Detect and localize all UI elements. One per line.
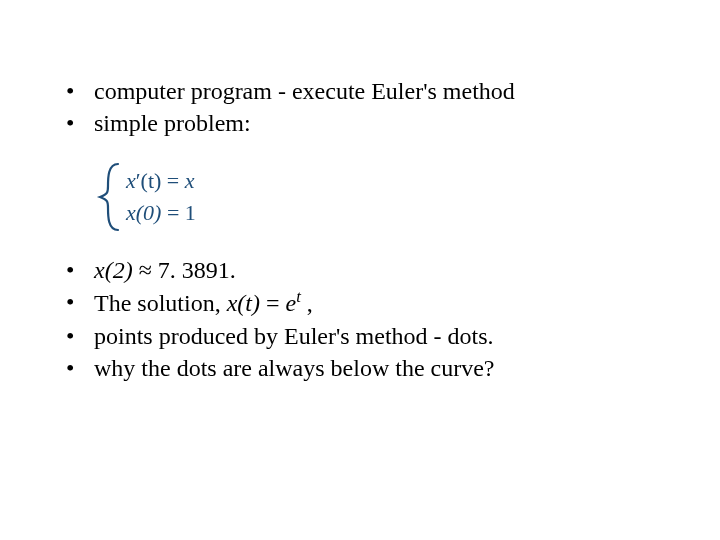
bullet-icon: •	[60, 75, 94, 107]
bullet-text: x(2) ≈ 7. 3891.	[94, 254, 660, 286]
list-item: • points produced by Euler's method - do…	[60, 320, 660, 352]
top-bullet-list: • computer program - execute Euler's met…	[60, 75, 660, 140]
bullet-text: points produced by Euler's method - dots…	[94, 320, 660, 352]
list-item: • The solution, x(t) = et ,	[60, 286, 660, 319]
bullet-icon: •	[60, 254, 94, 286]
bullet-icon: •	[60, 286, 94, 318]
list-item: • why the dots are always below the curv…	[60, 352, 660, 384]
slide-body: • computer program - execute Euler's met…	[0, 0, 720, 540]
equation-system: x′(t) = x x(0) = 1	[94, 158, 660, 236]
eq-line2: x(0) = 1	[125, 200, 196, 225]
bullet-text: simple problem:	[94, 107, 660, 139]
brace-equation-svg: x′(t) = x x(0) = 1	[94, 158, 264, 236]
list-item: • simple problem:	[60, 107, 660, 139]
bullet-text: The solution, x(t) = et ,	[94, 286, 660, 319]
bullet-icon: •	[60, 107, 94, 139]
bottom-bullet-list: • x(2) ≈ 7. 3891. • The solution, x(t) =…	[60, 254, 660, 385]
bullet-icon: •	[60, 320, 94, 352]
list-item: • x(2) ≈ 7. 3891.	[60, 254, 660, 286]
bullet-text: why the dots are always below the curve?	[94, 352, 660, 384]
left-brace-icon	[100, 164, 118, 230]
list-item: • computer program - execute Euler's met…	[60, 75, 660, 107]
bullet-icon: •	[60, 352, 94, 384]
eq-line1: x′(t) = x	[125, 168, 195, 193]
equation-text-group: x′(t) = x x(0) = 1	[125, 168, 196, 225]
bullet-text: computer program - execute Euler's metho…	[94, 75, 660, 107]
